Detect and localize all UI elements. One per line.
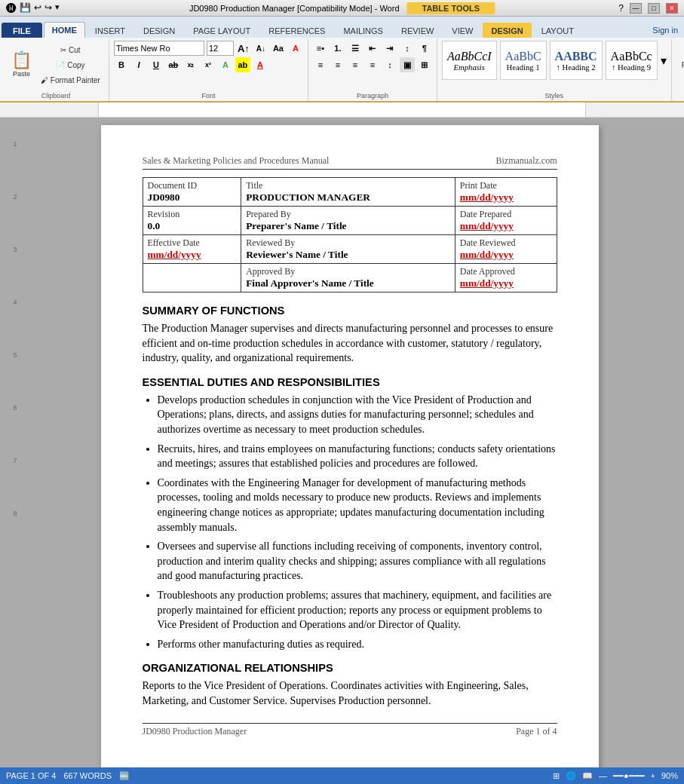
paste-button[interactable]: 📋 Paste [8, 44, 35, 86]
org-heading: ORGANIZATIONAL RELATIONSHIPS [143, 662, 557, 674]
ribbon-content: 📋 Paste ✂ Cut 📄 Copy 🖌 Format Painter Cl… [0, 38, 684, 101]
font-size-input[interactable] [207, 41, 234, 56]
select-button[interactable]: Select [679, 74, 684, 89]
font-color-button[interactable]: A [253, 57, 268, 72]
clear-formatting-button[interactable]: A [288, 41, 303, 56]
web-view-icon[interactable]: 🌐 [566, 771, 576, 781]
align-center-button[interactable]: ≡ [330, 57, 345, 72]
style-heading9[interactable]: AaBbCc ↑ Heading 9 [606, 41, 658, 80]
title-bar-center: JD0980 Production Manager [Compatibility… [189, 2, 495, 14]
align-left-button[interactable]: ≡ [313, 57, 328, 72]
paste-label: Paste [13, 70, 30, 78]
help-icon[interactable]: ? [618, 3, 624, 14]
format-painter-button[interactable]: 🖌 Format Painter [37, 73, 104, 87]
show-marks-button[interactable]: ¶ [417, 41, 432, 56]
ribbon-group-styles: AaBbCcI Emphasis AaBbC Heading 1 AABBC ↑… [437, 39, 672, 101]
table-cell: Print Date mm/dd/yyyy [455, 178, 557, 207]
tab-references[interactable]: REFERENCES [260, 23, 333, 38]
bullets-button[interactable]: ≡• [313, 41, 328, 56]
table-tools-label: TABLE TOOLS [407, 2, 495, 14]
table-cell [143, 264, 241, 292]
table-row: Effective Date mm/dd/yyyy Reviewed By Re… [143, 235, 557, 264]
tab-table-design[interactable]: DESIGN [483, 23, 531, 38]
summary-content: The Production Manager supervises and di… [143, 321, 557, 366]
tab-home[interactable]: HOME [44, 22, 85, 38]
summary-heading: SUMMARY OF FUNCTIONS [143, 305, 557, 317]
strikethrough-button[interactable]: ab [166, 57, 181, 72]
style-heading2[interactable]: AABBC ↑ Heading 2 [550, 41, 603, 80]
layout-view-icon[interactable]: ⊞ [553, 771, 560, 781]
page-footer-left: JD0980 Production Manager [143, 726, 247, 737]
print-date-value: mm/dd/yyyy [460, 191, 552, 204]
justify-button[interactable]: ≡ [365, 57, 380, 72]
margin-num-7: 7 [13, 457, 17, 464]
tab-file[interactable]: FILE [2, 23, 42, 38]
shading-button[interactable]: ▣ [400, 57, 415, 72]
style-emphasis[interactable]: AaBbCcI Emphasis [442, 41, 497, 80]
maximize-btn[interactable]: □ [648, 3, 660, 14]
increase-indent-button[interactable]: ⇥ [382, 41, 397, 56]
tab-table-layout[interactable]: LAYOUT [533, 23, 582, 38]
print-date-label: Print Date [460, 180, 552, 191]
underline-button[interactable]: U [149, 57, 164, 72]
superscript-button[interactable]: x² [201, 57, 216, 72]
numbering-button[interactable]: 1. [330, 41, 345, 56]
title-label: Title [246, 180, 450, 191]
table-cell: Prepared By Preparer's Name / Title [241, 207, 455, 235]
copy-button[interactable]: 📄 Copy [37, 58, 104, 72]
text-effects-button[interactable]: A [218, 57, 233, 72]
margin-num-5: 5 [13, 351, 17, 359]
tab-review[interactable]: REVIEW [393, 23, 442, 38]
zoom-out-button[interactable]: — [599, 771, 607, 780]
bold-button[interactable]: B [114, 57, 129, 72]
shrink-font-button[interactable]: A↓ [253, 41, 268, 56]
decrease-indent-button[interactable]: ⇤ [365, 41, 380, 56]
tab-insert[interactable]: INSERT [87, 23, 133, 38]
line-spacing-button[interactable]: ↕ [382, 57, 397, 72]
word-icon: 🅦 [6, 2, 17, 14]
zoom-slider[interactable]: ━━●━━━ [613, 771, 645, 781]
font-name-input[interactable] [114, 41, 204, 56]
tab-view[interactable]: VIEW [443, 23, 481, 38]
styles-group-content: AaBbCcI Emphasis AaBbC Heading 1 AABBC ↑… [442, 41, 667, 90]
italic-button[interactable]: I [131, 57, 146, 72]
change-case-button[interactable]: Aa [271, 41, 286, 56]
grow-font-button[interactable]: A↑ [236, 41, 251, 56]
margin-num-8: 8 [13, 510, 17, 517]
align-right-button[interactable]: ≡ [348, 57, 363, 72]
close-btn[interactable]: ✕ [666, 3, 678, 14]
subscript-button[interactable]: x₂ [183, 57, 198, 72]
font-label: Font [109, 92, 308, 100]
ribbon-group-paragraph: ≡• 1. ☰ ⇤ ⇥ ↕ ¶ ≡ ≡ ≡ ≡ ↕ ▣ ⊞ [308, 39, 437, 101]
page-container: Sales & Marketing Policies and Procedure… [23, 125, 676, 784]
table-cell: Date Prepared mm/dd/yyyy [455, 207, 557, 235]
date-approved-label: Date Approved [460, 266, 552, 277]
multilevel-list-button[interactable]: ☰ [348, 41, 363, 56]
zoom-in-button[interactable]: + [651, 771, 655, 780]
minimize-btn[interactable]: — [630, 3, 642, 14]
tab-page-layout[interactable]: PAGE LAYOUT [185, 23, 259, 38]
cut-button[interactable]: ✂ Cut [37, 43, 104, 57]
text-highlight-button[interactable]: ab [235, 57, 250, 72]
replace-button[interactable]: Replace [676, 57, 684, 72]
style-heading1[interactable]: AaBbC Heading 1 [500, 41, 547, 80]
list-item: Coordinates with the Engineering Manager… [158, 476, 557, 534]
ribbon-group-font: A↑ A↓ Aa A B I U ab x₂ x² A ab A Font [109, 39, 308, 101]
sign-in-link[interactable]: Sign in [646, 23, 684, 38]
tab-design[interactable]: DESIGN [135, 23, 183, 38]
doc-id-value: JD0980 [148, 191, 237, 204]
date-approved-value: mm/dd/yyyy [460, 277, 552, 289]
styles-scroll-down[interactable]: ▾ [661, 54, 667, 68]
tab-mailings[interactable]: MAILINGS [335, 23, 391, 38]
paragraph-label: Paragraph [308, 92, 437, 100]
list-item: Develops production schedules in conjunc… [158, 393, 557, 437]
read-view-icon[interactable]: 📖 [582, 771, 593, 781]
borders-button[interactable]: ⊞ [417, 57, 432, 72]
prepared-by-value: Preparer's Name / Title [246, 220, 450, 232]
approved-by-value: Final Approver's Name / Title [246, 277, 450, 289]
paragraph-group-content: ≡• 1. ☰ ⇤ ⇥ ↕ ¶ ≡ ≡ ≡ ≡ ↕ ▣ ⊞ [313, 41, 432, 100]
sort-button[interactable]: ↕ [400, 41, 415, 56]
margin-num-3: 3 [13, 246, 17, 253]
page-header: Sales & Marketing Policies and Procedure… [143, 155, 557, 170]
margin-num-4: 4 [13, 299, 17, 306]
